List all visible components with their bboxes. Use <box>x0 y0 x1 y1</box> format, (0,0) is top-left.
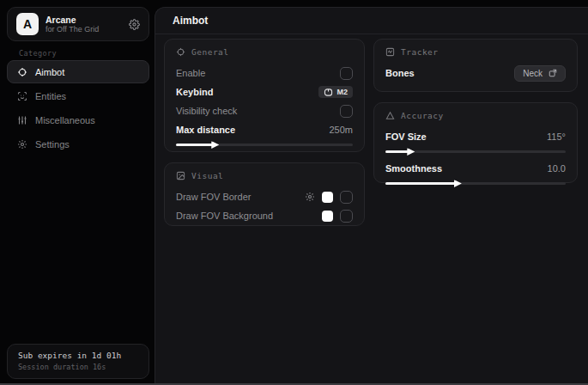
sidebar-item-label: Settings <box>35 139 70 150</box>
gear-icon[interactable] <box>129 19 140 30</box>
visibility-check-checkbox[interactable] <box>340 105 353 118</box>
category-label: Category <box>19 49 57 58</box>
tracker-card: Tracker Bones Neck <box>373 39 578 92</box>
visibility-check-label: Visibility check <box>176 106 237 116</box>
crosshair-icon <box>176 47 185 57</box>
crosshair-icon <box>17 67 27 77</box>
app-title: Arcane <box>45 15 122 25</box>
card-title: Tracker <box>401 47 439 57</box>
page-title: Aimbot <box>173 15 208 27</box>
draw-fov-background-label: Draw FOV Background <box>176 211 273 221</box>
keybind-label: Keybind <box>176 87 213 97</box>
max-distance-value: 250m <box>329 125 353 135</box>
mouse-icon <box>324 89 333 96</box>
fov-size-slider[interactable] <box>385 150 566 153</box>
subscription-card: Sub expires in 1d 01h Session duration 1… <box>7 344 149 379</box>
app-logo: A <box>16 13 39 35</box>
draw-fov-background-checkbox[interactable] <box>340 210 353 223</box>
fov-size-label: FOV Size <box>385 131 427 142</box>
image-icon <box>176 171 185 180</box>
bones-label: Bones <box>385 68 415 78</box>
sliders-icon <box>17 115 27 125</box>
gear-icon[interactable] <box>305 192 315 202</box>
card-title: Accuracy <box>401 111 444 120</box>
sidebar-item-label: Miscellaneous <box>35 115 95 125</box>
sidebar-item-settings[interactable]: Settings <box>7 132 149 156</box>
keybind-badge[interactable]: M2 <box>318 86 353 98</box>
app-header-card: A Arcane for Off The Grid <box>7 7 149 41</box>
card-title: Visual <box>191 171 223 180</box>
draw-fov-border-checkbox[interactable] <box>340 191 353 204</box>
sidebar: A Arcane for Off The Grid Category Aimbo… <box>0 0 155 385</box>
slider-thumb[interactable] <box>454 180 462 187</box>
fov-size-value: 115° <box>547 131 566 142</box>
slider-thumb[interactable] <box>211 141 219 149</box>
app-logo-letter: A <box>23 17 32 31</box>
visual-card: Visual Draw FOV Border Draw FOV Backgrou… <box>164 162 365 226</box>
page-header: Aimbot <box>155 8 588 34</box>
fov-background-color-swatch[interactable] <box>322 211 333 222</box>
app-subtitle: for Off The Grid <box>45 25 122 34</box>
activity-icon <box>385 47 395 57</box>
sub-expires-text: Sub expires in 1d 01h <box>18 351 138 360</box>
sidebar-nav: Aimbot Entities Miscellaneous <box>7 60 149 156</box>
main-panel: Aimbot General Enable Keybind <box>155 7 588 385</box>
keybind-value: M2 <box>336 88 348 96</box>
fov-border-color-swatch[interactable] <box>322 192 333 203</box>
bones-select[interactable]: Neck <box>514 65 566 82</box>
gear-icon <box>17 139 27 150</box>
expand-icon <box>549 69 557 77</box>
triangle-icon <box>385 111 395 120</box>
draw-fov-border-label: Draw FOV Border <box>176 192 251 202</box>
accuracy-card: Accuracy FOV Size 115° Smoothness 10.0 <box>373 102 578 183</box>
slider-thumb[interactable] <box>407 148 415 156</box>
sidebar-item-miscellaneous[interactable]: Miscellaneous <box>7 108 149 131</box>
max-distance-label: Max distance <box>176 125 235 135</box>
sidebar-item-label: Aimbot <box>35 67 64 77</box>
smoothness-label: Smoothness <box>385 163 442 174</box>
max-distance-slider[interactable] <box>176 144 353 146</box>
smoothness-slider[interactable] <box>385 182 566 185</box>
card-title: General <box>191 47 229 57</box>
general-card: General Enable Keybind M2 Visibility che… <box>164 39 365 152</box>
bones-value: Neck <box>523 69 543 78</box>
sidebar-item-label: Entities <box>35 91 66 101</box>
sidebar-item-entities[interactable]: Entities <box>7 84 149 107</box>
enable-label: Enable <box>176 68 205 78</box>
sidebar-item-aimbot[interactable]: Aimbot <box>7 60 149 83</box>
entities-icon <box>17 91 27 101</box>
smoothness-value: 10.0 <box>548 163 566 174</box>
session-duration-text: Session duration 16s <box>18 363 138 371</box>
enable-checkbox[interactable] <box>340 67 353 80</box>
